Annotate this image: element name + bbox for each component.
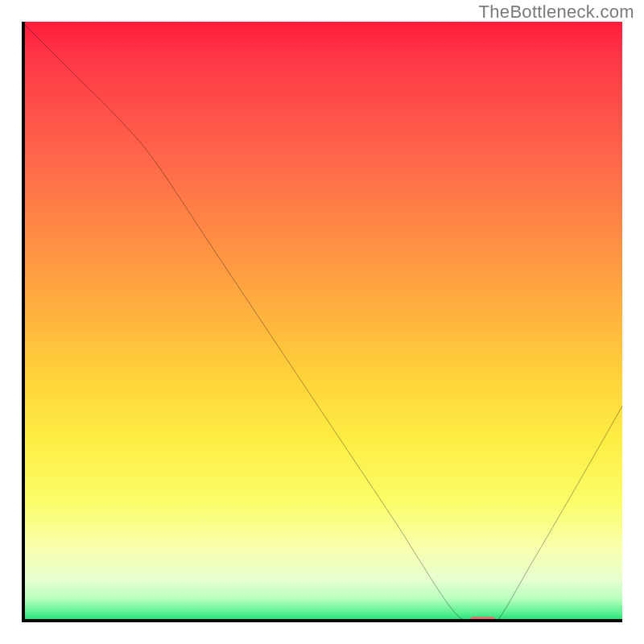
bottleneck-chart: TheBottleneck.com bbox=[0, 0, 644, 644]
gradient-background bbox=[22, 22, 622, 622]
watermark-text: TheBottleneck.com bbox=[479, 2, 634, 23]
